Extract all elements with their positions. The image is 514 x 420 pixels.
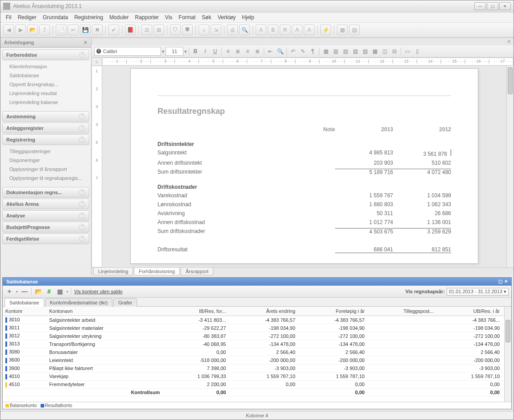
table-row[interactable]: 4510Fremmedytelser2 200,000,000,000,00: [3, 380, 511, 388]
book-button[interactable]: 📕: [125, 25, 136, 35]
nav-forward-button[interactable]: ▶: [15, 25, 26, 35]
sidebar-item[interactable]: Disponeringer: [8, 156, 89, 165]
sidebar-item[interactable]: Opprett årsregnskap...: [8, 80, 89, 89]
bottom-tab[interactable]: Saldobalanse: [4, 298, 44, 307]
hash-button[interactable]: #: [45, 287, 53, 295]
music-button[interactable]: ♪: [199, 25, 209, 35]
a-button[interactable]: A: [256, 25, 266, 35]
stamp-button[interactable]: ⛉: [170, 25, 181, 35]
n-button[interactable]: A: [292, 25, 303, 35]
accordion-header[interactable]: Akelius Arena˅: [2, 199, 89, 209]
sidebar-item[interactable]: Linjeinndeling balanse: [8, 98, 89, 107]
menu-hjelp[interactable]: Hjelp: [239, 13, 257, 21]
document-scrollbar[interactable]: [506, 66, 514, 267]
export-button[interactable]: ⇲: [211, 25, 221, 35]
sidebar-item[interactable]: Saldobalanse: [8, 71, 89, 80]
menu-vis[interactable]: Vis: [162, 13, 175, 21]
accordion-header[interactable]: Avstemming˅: [2, 111, 89, 122]
accordion-header[interactable]: Anleggsregister˅: [2, 123, 89, 133]
bold-button[interactable]: B: [191, 47, 200, 56]
sidebar-item[interactable]: Klientinformasjon: [8, 62, 89, 71]
accordion-header[interactable]: Registrering˄: [2, 134, 89, 145]
table-row[interactable]: 4010Varekjøp1 036 799,331 559 787,101 55…: [3, 372, 511, 380]
table1-button[interactable]: ▦: [321, 47, 330, 56]
editor-tab[interactable]: Linjeinndeling: [93, 268, 133, 275]
table-row[interactable]: 3011Salgsinntekter materialer-29 622,27-…: [3, 324, 511, 332]
font-size-select[interactable]: 11: [166, 47, 183, 56]
menu-rapporter[interactable]: Rapporter: [132, 13, 161, 21]
brush-button[interactable]: ✎: [298, 47, 307, 56]
menu-verktøy[interactable]: Verktøy: [215, 13, 239, 21]
open-icon[interactable]: 📂: [34, 287, 42, 295]
sidebar-item[interactable]: Opplysninger til årsrapport: [8, 165, 89, 174]
bottom-max-icon[interactable]: ▢: [498, 279, 502, 284]
table-row[interactable]: 3600Leieinntekt-518 000,00-200 000,00-20…: [3, 356, 511, 364]
remove-row-button[interactable]: —: [21, 287, 29, 295]
cell2-button[interactable]: ▯: [413, 47, 422, 56]
menu-grunndata[interactable]: Grunndata: [40, 13, 71, 21]
maximize-button[interactable]: ▢: [487, 2, 498, 10]
align-justify-button[interactable]: ≣: [253, 47, 262, 56]
table8-button[interactable]: ⊟: [390, 47, 399, 56]
excel-button[interactable]: ▦: [56, 287, 64, 295]
lightning-button[interactable]: ⚡: [320, 25, 331, 35]
bottom-tab[interactable]: Grafer: [113, 298, 137, 307]
align-right-button[interactable]: ≡: [243, 47, 252, 56]
sidebar-item[interactable]: Tilleggsposteringer: [8, 147, 89, 156]
m-button[interactable]: A: [304, 25, 315, 35]
open-button[interactable]: 📂: [27, 25, 38, 35]
table5-button[interactable]: ▨: [361, 47, 369, 56]
accordion-header[interactable]: Forberedelse˄: [2, 50, 89, 60]
zoom-button[interactable]: 🔍: [276, 47, 285, 56]
para-button[interactable]: ¶: [308, 47, 317, 56]
table-row[interactable]: 3010Salgsinntekter arbeid-3 411 803...-4…: [3, 316, 511, 324]
accordion-header[interactable]: Ferdigstillelse˅: [2, 233, 89, 244]
delete-button[interactable]: ✖: [92, 25, 103, 35]
table-row[interactable]: 3080Bonusavtaler0,002 566,402 566,402 56…: [3, 348, 511, 356]
grid2-button[interactable]: ▤: [349, 25, 360, 35]
underline-button[interactable]: U: [211, 47, 220, 56]
editor-tab[interactable]: Årsrapport: [181, 268, 213, 275]
revert-button[interactable]: ↩: [68, 25, 79, 35]
align-left-button[interactable]: ≡: [224, 47, 232, 56]
menu-fil[interactable]: Fil: [3, 13, 14, 21]
check-button[interactable]: ✔: [108, 25, 119, 35]
table4-button[interactable]: ▧: [351, 47, 360, 56]
accordion-header[interactable]: Analyse˅: [2, 210, 89, 221]
sidebar-close-icon[interactable]: ✕: [83, 40, 87, 46]
table6-button[interactable]: ▩: [370, 47, 379, 56]
table-row[interactable]: 3900Påløpt ikke fakturert7 398,00-3 903,…: [3, 364, 511, 372]
print-button[interactable]: 🖨: [227, 25, 238, 35]
accordion-header[interactable]: Dokumentasjon regns...˅: [2, 187, 89, 198]
bottom-tab[interactable]: Konto/månedsmatrise (tkr): [45, 298, 113, 307]
menu-moduler[interactable]: Moduler: [107, 13, 131, 21]
editor-close-icon[interactable]: ✕: [507, 39, 511, 45]
table-row[interactable]: 3013Transport/Bortkjøring-40 068,95-134 …: [3, 340, 511, 348]
nav-back-button[interactable]: ◀: [3, 25, 14, 35]
sidebar-item[interactable]: Linjeinndeling resultat: [8, 89, 89, 98]
accordion-header[interactable]: Budsjett/Prognose˅: [2, 222, 89, 233]
menu-registrering[interactable]: Registrering: [71, 13, 106, 21]
sidebar-item[interactable]: Opplysninger til regnskapsregis...: [8, 174, 89, 183]
tree-button[interactable]: ⊞: [153, 25, 164, 35]
grid1-button[interactable]: ▦: [337, 25, 348, 35]
menu-format[interactable]: Format: [176, 13, 198, 21]
table-row[interactable]: 3012Salgsinntekter utrykning-80 383,87-2…: [3, 332, 511, 340]
close-button[interactable]: ✕: [499, 2, 511, 10]
menu-rediger[interactable]: Rediger: [15, 13, 39, 21]
table7-button[interactable]: ◫: [380, 47, 389, 56]
table2-button[interactable]: ▥: [331, 47, 340, 56]
undo-button[interactable]: ↶: [289, 47, 298, 56]
balance-button[interactable]: ⚖: [141, 25, 152, 35]
r-button[interactable]: R: [280, 25, 290, 35]
year-select[interactable]: 01.01.2013 - 31.12.2013 ▾: [447, 288, 509, 295]
italic-button[interactable]: I: [201, 47, 210, 56]
indent-button[interactable]: ⇤: [266, 47, 275, 56]
b-button[interactable]: B: [268, 25, 278, 35]
grid-scrollbar[interactable]: [504, 307, 511, 402]
align-center-button[interactable]: ≣: [233, 47, 242, 56]
document-viewport[interactable]: Resultatregnskap Note 2013 2012 Driftsin…: [102, 66, 506, 267]
new-doc-button[interactable]: 📄: [56, 25, 66, 35]
editor-tab[interactable]: Forhåndsvisning: [134, 268, 180, 275]
add-row-button[interactable]: ＋: [5, 287, 13, 295]
